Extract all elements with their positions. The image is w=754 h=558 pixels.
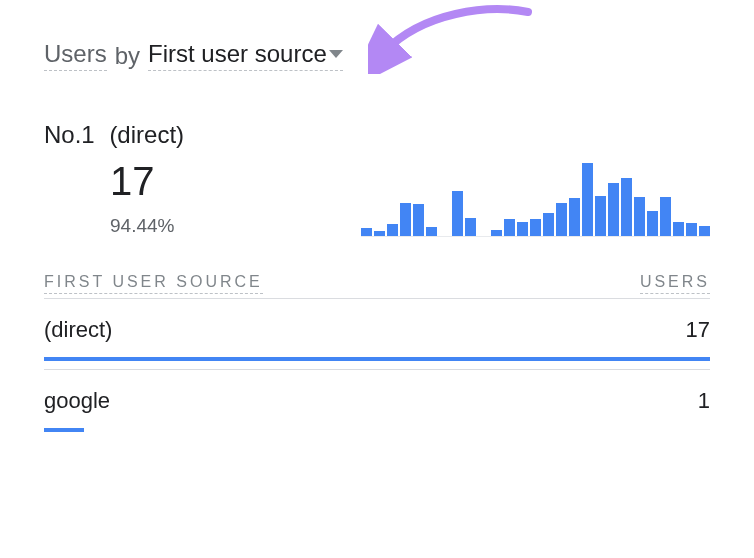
by-word: by bbox=[111, 42, 144, 70]
spark-bar bbox=[530, 219, 541, 236]
rank-number: No.1 bbox=[44, 121, 95, 148]
spark-bar bbox=[374, 231, 385, 236]
spark-bar bbox=[621, 178, 632, 237]
top-percent: 94.44% bbox=[110, 215, 184, 237]
spark-bar bbox=[413, 204, 424, 236]
spark-bar bbox=[582, 163, 593, 236]
dimension-selector[interactable]: First user source bbox=[148, 40, 343, 71]
spark-bar bbox=[543, 213, 554, 236]
spark-bar bbox=[660, 197, 671, 236]
rank-row: No.1 (direct) bbox=[44, 121, 184, 149]
spark-bar bbox=[465, 218, 476, 236]
table-row[interactable]: google1 bbox=[44, 369, 710, 440]
spark-bar bbox=[673, 222, 684, 236]
row-label: (direct) bbox=[44, 317, 112, 343]
spark-bar bbox=[569, 198, 580, 236]
spark-bar bbox=[699, 226, 710, 236]
row-bar bbox=[44, 357, 710, 361]
spark-bar bbox=[491, 230, 502, 236]
chevron-down-icon bbox=[329, 50, 343, 58]
spark-bar bbox=[504, 219, 515, 236]
source-table: FIRST USER SOURCE USERS (direct)17google… bbox=[44, 273, 710, 440]
dimension-label: First user source bbox=[148, 40, 327, 68]
sparkline-chart bbox=[361, 159, 710, 237]
metric-selector[interactable]: Users bbox=[44, 40, 107, 71]
top-value: 17 bbox=[110, 161, 184, 201]
col-header-source: FIRST USER SOURCE bbox=[44, 273, 263, 294]
spark-bar bbox=[387, 224, 398, 236]
spark-bar bbox=[517, 222, 528, 236]
row-label: google bbox=[44, 388, 110, 414]
spark-bar bbox=[361, 228, 372, 236]
spark-bar bbox=[634, 197, 645, 236]
summary-section: No.1 (direct) 17 94.44% bbox=[44, 121, 710, 237]
rank-label: (direct) bbox=[109, 121, 184, 148]
spark-bar bbox=[608, 183, 619, 236]
card-title: Users by First user source bbox=[44, 40, 710, 71]
spark-bar bbox=[400, 203, 411, 236]
spark-bar bbox=[686, 223, 697, 236]
spark-bar bbox=[595, 196, 606, 236]
spark-bar bbox=[647, 211, 658, 236]
spark-bar bbox=[426, 227, 437, 236]
row-value: 17 bbox=[686, 317, 710, 343]
col-header-users: USERS bbox=[640, 273, 710, 294]
row-bar bbox=[44, 428, 84, 432]
table-row[interactable]: (direct)17 bbox=[44, 298, 710, 369]
spark-bar bbox=[556, 203, 567, 236]
row-value: 1 bbox=[698, 388, 710, 414]
spark-bar bbox=[452, 191, 463, 236]
